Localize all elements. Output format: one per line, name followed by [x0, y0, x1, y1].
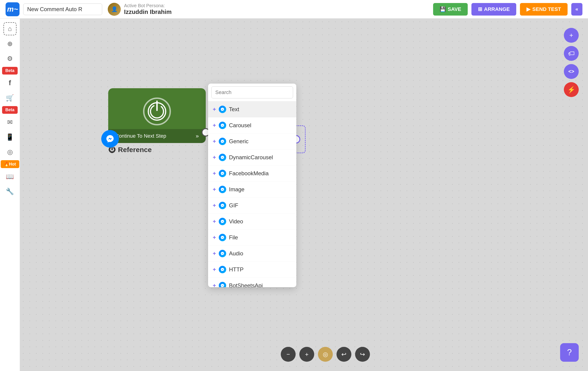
plus-icon-audio: + [213, 250, 216, 257]
save-icon: 💾 [440, 6, 446, 12]
dropdown-item-gif[interactable]: + GIF [208, 197, 296, 214]
save-label: SAVE [448, 6, 461, 12]
support-icon: ? [567, 348, 572, 357]
send-icon: ▶ [526, 6, 530, 12]
sidebar-item-mail[interactable]: ✉ [3, 116, 17, 129]
plus-icon-gif: + [213, 202, 216, 209]
plus-icon-file: + [213, 234, 216, 241]
collapse-label: « [576, 6, 578, 12]
sidebar-item-tools[interactable]: 🔧 [3, 185, 17, 198]
plus-icon-video: + [213, 218, 216, 225]
arrange-label: ARRANGE [484, 6, 510, 12]
redo-button[interactable]: ↪ [355, 347, 370, 362]
dropdown-item-label-carousel: Carousel [229, 122, 251, 129]
sidebar-badge-beta1[interactable]: Beta [2, 67, 18, 74]
center-button[interactable]: ◎ [318, 347, 333, 362]
dropdown-item-text[interactable]: + Text [208, 102, 296, 117]
sidebar-item-add[interactable]: ⊕ [3, 37, 17, 50]
sidebar-badge-hot[interactable]: 🔥Hot [1, 160, 19, 168]
bottom-toolbar: − + ◎ ↩ ↪ [281, 347, 370, 362]
canvas: Continue To Next Step » ⏻ Reference » [20, 19, 588, 371]
dropdown-item-http[interactable]: + HTTP [208, 262, 296, 278]
flow-name-input[interactable] [23, 3, 102, 15]
messenger-icon-dynamic [219, 154, 226, 161]
avatar: 👤 [108, 3, 121, 16]
sidebar: ⌂ ⊕ ⚙ Beta f 🛒 Beta ✉ 📱 ◎ 🔥Hot 📖 🔧 [0, 19, 20, 371]
dropdown-item-label-dynamic-carousel: DynamicCarousel [229, 154, 273, 161]
fab-tag-button[interactable]: 🏷 [564, 46, 579, 61]
send-test-label: SEND TEST [532, 6, 561, 12]
node-footer[interactable]: Continue To Next Step » [108, 129, 206, 143]
dropdown-item-carousel[interactable]: + Carousel [208, 117, 296, 134]
dropdown-item-label-facebook-media: FacebookMedia [229, 170, 269, 177]
dropdown-item-label-file: File [229, 234, 238, 241]
dropdown-item-facebook-media[interactable]: + FacebookMedia [208, 165, 296, 182]
zoom-out-button[interactable]: − [281, 347, 296, 362]
dropdown-item-label-audio: Audio [229, 250, 243, 257]
sidebar-badge-beta2[interactable]: Beta [2, 106, 18, 114]
messenger-icon-audio [219, 250, 226, 257]
sidebar-item-facebook[interactable]: f [3, 76, 17, 89]
dropdown-item-label-text: Text [229, 106, 239, 113]
sidebar-item-mobile[interactable]: 📱 [3, 131, 17, 144]
support-button[interactable]: ? [560, 343, 579, 362]
persona-info: Active Bot Persona: Izzuddin Ibrahim [124, 3, 172, 16]
sidebar-item-settings[interactable]: ⚙ [3, 52, 17, 65]
messenger-icon-http [219, 266, 226, 273]
dropdown-item-label-video: Video [229, 218, 243, 225]
messenger-icon-generic [219, 138, 226, 145]
search-input[interactable] [211, 86, 293, 98]
connection-lines [20, 19, 588, 371]
sidebar-item-home[interactable]: ⌂ [3, 22, 17, 35]
messenger-icon-fb-media [219, 170, 226, 177]
plus-icon-bot-sheets: + [213, 282, 216, 287]
flow-node: Continue To Next Step » ⏻ Reference [108, 88, 206, 154]
arrange-button[interactable]: ⊞ ARRANGE [472, 3, 516, 16]
dropdown-search-container [208, 83, 296, 102]
plus-icon-carousel: + [213, 122, 216, 129]
plus-icon-image: + [213, 186, 216, 193]
plus-icon-http: + [213, 266, 216, 273]
messenger-icon-file [219, 234, 226, 241]
continue-label: Continue To Next Step [115, 133, 166, 139]
reference-label: ⏻ Reference [108, 145, 206, 154]
messenger-icon-video [219, 218, 226, 225]
dropdown-item-image[interactable]: + Image [208, 182, 296, 197]
fab-add-button[interactable]: + [564, 28, 579, 43]
dropdown-item-dynamic-carousel[interactable]: + DynamicCarousel [208, 150, 296, 165]
dropdown-item-bot-sheets[interactable]: + BotSheetsApi [208, 278, 296, 287]
chevron-icon: » [196, 133, 199, 139]
save-button[interactable]: 💾 SAVE [433, 3, 468, 16]
persona-name: Izzuddin Ibrahim [124, 8, 172, 16]
logo-text: m~ [7, 5, 18, 13]
collapse-button[interactable]: « [571, 3, 582, 16]
messenger-badge [101, 130, 119, 148]
plus-icon-dynamic: + [213, 154, 216, 161]
dropdown-item-audio[interactable]: + Audio [208, 246, 296, 262]
dropdown-item-video[interactable]: + Video [208, 214, 296, 230]
plus-icon-generic: + [213, 138, 216, 145]
sidebar-item-users[interactable]: ◎ [3, 145, 17, 158]
fab-danger-button[interactable]: ⚡ [564, 82, 579, 97]
undo-button[interactable]: ↩ [336, 347, 351, 362]
fab-container: + 🏷 <> ⚡ [564, 28, 579, 97]
messenger-icon-carousel [219, 122, 226, 129]
zoom-in-button[interactable]: + [299, 347, 314, 362]
messenger-icon-gif [219, 202, 226, 209]
dropdown-item-label-gif: GIF [229, 202, 238, 209]
arrange-icon: ⊞ [478, 6, 482, 12]
dropdown-item-label-bot-sheets: BotSheetsApi [229, 282, 263, 287]
dropdown-item-file[interactable]: + File [208, 230, 296, 246]
persona-section: 👤 Active Bot Persona: Izzuddin Ibrahim [108, 3, 172, 16]
power-icon-outer [143, 97, 171, 125]
dropdown-item-label-http: HTTP [229, 266, 244, 273]
dropdown-item-label-generic: Generic [229, 138, 249, 145]
plus-icon-fb-media: + [213, 170, 216, 177]
header: m~ 👤 Active Bot Persona: Izzuddin Ibrahi… [0, 0, 588, 19]
fab-code-button[interactable]: <> [564, 64, 579, 79]
dropdown-item-generic[interactable]: + Generic [208, 134, 296, 150]
dropdown-list: + Text + Carousel + Generic [208, 102, 296, 287]
send-test-button[interactable]: ▶ SEND TEST [520, 3, 567, 16]
sidebar-item-book[interactable]: 📖 [3, 170, 17, 183]
sidebar-item-cart[interactable]: 🛒 [3, 91, 17, 104]
